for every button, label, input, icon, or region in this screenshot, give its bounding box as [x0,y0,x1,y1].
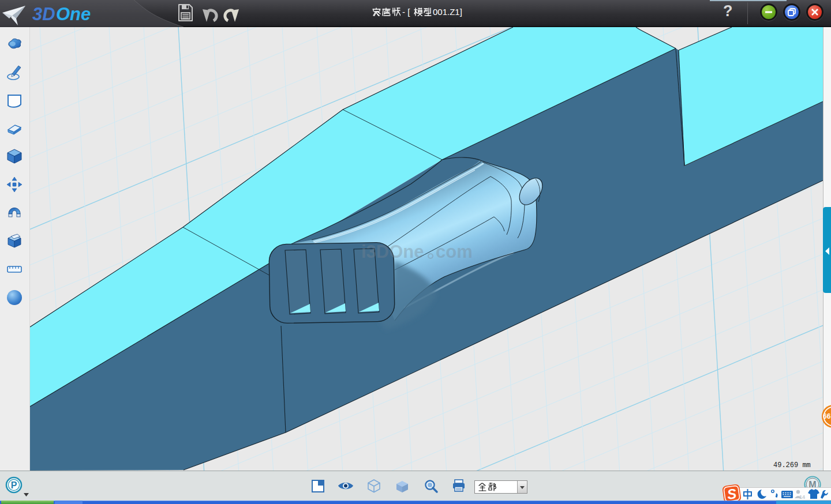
svg-text:14: 14 [799,494,805,500]
